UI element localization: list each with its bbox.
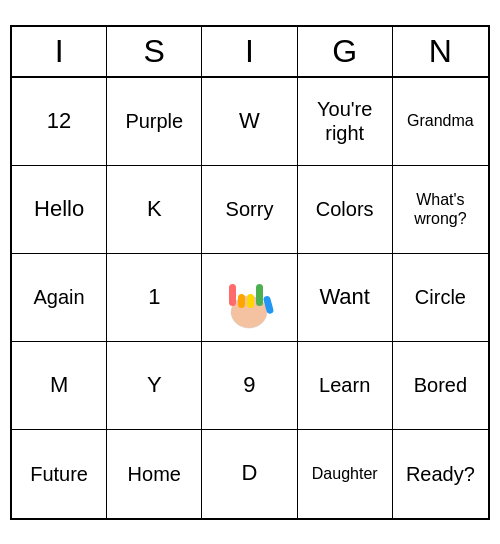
cell-1-2: Sorry — [202, 166, 297, 254]
cell-3-1: Y — [107, 342, 202, 430]
header-col-3: G — [298, 27, 393, 76]
svg-rect-3 — [247, 294, 254, 308]
header-col-4: N — [393, 27, 488, 76]
cell-2-3: Want — [298, 254, 393, 342]
svg-rect-4 — [256, 284, 263, 306]
cell-3-0: M — [12, 342, 107, 430]
cell-0-2: W — [202, 78, 297, 166]
cell-2-0: Again — [12, 254, 107, 342]
cell-4-0: Future — [12, 430, 107, 518]
cell-1-4: What's wrong? — [393, 166, 488, 254]
cell-0-0: 12 — [12, 78, 107, 166]
cell-2-4: Circle — [393, 254, 488, 342]
cell-0-3: You're right — [298, 78, 393, 166]
header-col-0: I — [12, 27, 107, 76]
cell-4-1: Home — [107, 430, 202, 518]
cell-4-3: Daughter — [298, 430, 393, 518]
bingo-header: ISIGN — [12, 27, 488, 78]
svg-rect-1 — [229, 284, 236, 306]
cell-1-1: K — [107, 166, 202, 254]
cell-1-0: Hello — [12, 166, 107, 254]
svg-rect-2 — [238, 294, 245, 308]
header-col-1: S — [107, 27, 202, 76]
cell-3-2: 9 — [202, 342, 297, 430]
cell-0-4: Grandma — [393, 78, 488, 166]
bingo-grid: 12PurpleWYou're rightGrandmaHelloKSorryC… — [12, 78, 488, 518]
cell-2-1: 1 — [107, 254, 202, 342]
cell-2-2 — [202, 254, 297, 342]
cell-4-2: D — [202, 430, 297, 518]
header-col-2: I — [202, 27, 297, 76]
cell-1-3: Colors — [298, 166, 393, 254]
bingo-card: ISIGN 12PurpleWYou're rightGrandmaHelloK… — [10, 25, 490, 520]
hand-icon — [219, 262, 279, 332]
cell-4-4: Ready? — [393, 430, 488, 518]
cell-3-4: Bored — [393, 342, 488, 430]
cell-3-3: Learn — [298, 342, 393, 430]
cell-0-1: Purple — [107, 78, 202, 166]
